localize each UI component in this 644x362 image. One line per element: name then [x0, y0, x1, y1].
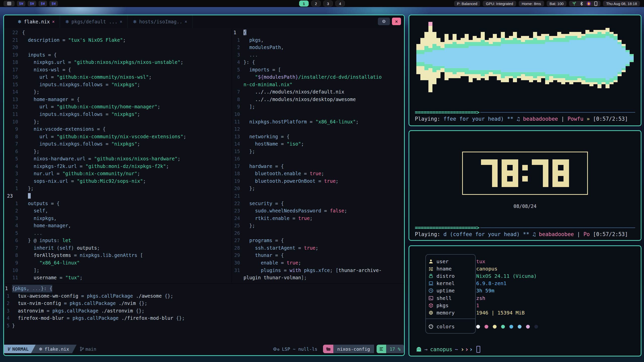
line-number: 11 — [4, 274, 22, 282]
code-token: } — [295, 74, 298, 80]
workspace-button-1[interactable]: $W — [17, 1, 25, 6]
code-token: "github:nixos/nixos-hardware" — [94, 156, 178, 161]
code-row: 3 nur.url = "github:nix-community/nur"; — [4, 170, 231, 177]
tab-close-icon[interactable]: × — [52, 19, 55, 24]
code-row: 6 } @ inputs: let — [4, 237, 231, 244]
prompt-host: canopus — [430, 346, 453, 352]
code-row: 8 url = "github:nix-community/nix-vscode… — [4, 133, 231, 141]
fetch-row-shell: shellzsh — [425, 294, 632, 302]
neovim-window[interactable]: ❄flake.nix×❄pkgs/default ...×❄hosts/isoI… — [3, 15, 405, 356]
code-token: n-cd-minimal.nix" — [244, 82, 292, 87]
fetch-terminal-window[interactable]: usertuxhnamecanopusdistroNixOS 24.11 (Vi… — [409, 245, 641, 356]
line-number — [232, 81, 244, 88]
tag-3[interactable]: 3 — [323, 1, 333, 7]
fetch-label: pkgs — [436, 302, 467, 308]
plant-icon[interactable] — [572, 1, 577, 6]
fetch-value: 1946 | 15394 MiB — [467, 310, 525, 316]
code-token: ... — [249, 52, 258, 58]
clock-widget[interactable]: Thu Aug 08, 18:18 — [603, 1, 640, 6]
code-token — [244, 141, 255, 147]
code-line: }; — [244, 222, 255, 230]
line-number: 1 — [232, 36, 244, 44]
tab-close-icon[interactable]: × — [185, 19, 187, 24]
tab-pkgs-default-[interactable]: ❄pkgs/default ...× — [60, 15, 128, 28]
code-row: 15 inputs.nixpkgs.follows = "nixpkgs"; — [4, 81, 231, 88]
code-token: tux-awesome-wm-config — [18, 293, 78, 299]
code-row: 6 "${modulesPath}/installer/cd-dvd/insta… — [232, 73, 404, 81]
code-token: modulesPath — [249, 44, 281, 50]
clock-date: 08/08/24 — [409, 203, 641, 209]
code-token: nixos-hardware.url — [34, 156, 86, 161]
branch-label: main — [86, 346, 96, 352]
audio-visualizer-window[interactable]: =====================> Playing: ffee for… — [409, 15, 641, 126]
code-line: }; — [22, 88, 39, 96]
line-number: 15 — [4, 81, 22, 88]
code-row: 31 plugins = with pkgs.xfce; [thunar-arc… — [232, 267, 404, 274]
editor-pane-pkgs-default[interactable]: 1{pkgs, ...}: {1 tux-awesome-wm-config =… — [4, 283, 404, 338]
code-token: plugin thunar-volman — [244, 275, 301, 280]
app-launcher-button[interactable] — [4, 1, 15, 6]
workspace-button-4[interactable]: $W — [49, 1, 58, 6]
code-token — [22, 52, 28, 58]
code-token — [22, 215, 34, 221]
code-token: enable — [261, 260, 278, 265]
line-number: 14 — [232, 140, 244, 148]
clock-window[interactable]: 08/08/24 =====================> Playing:… — [409, 130, 641, 241]
line-number: 2 — [4, 207, 22, 215]
fetch-row-memory: memory1946 | 15394 MiB — [425, 309, 632, 316]
code-row: 20 }; — [232, 185, 404, 192]
code-token: nixpkgs.url — [34, 59, 65, 65]
code-token: }: { — [244, 59, 255, 65]
line-number: 29 — [232, 252, 244, 259]
palette-dot-4 — [501, 325, 505, 329]
editor-pane-flake[interactable]: 22{21 description = "tux's NixOS Flake";… — [4, 29, 231, 283]
laptop-icon — [425, 281, 436, 286]
code-line: nix-vscode-extensions = { — [22, 125, 106, 133]
chevron-icon: › — [465, 346, 469, 353]
line-number: 10 — [232, 111, 244, 118]
shell-prompt[interactable]: → canopus ~ ››› — [416, 346, 480, 353]
tab-hosts-isoImag-[interactable]: ❄hosts/isoImag..× — [128, 15, 193, 28]
code-row: 3 astronvim = pkgs.callPackage ./astronv… — [4, 307, 404, 315]
tag-2[interactable]: 2 — [311, 1, 321, 7]
workspace-button-2[interactable]: $W — [28, 1, 36, 6]
workspace-button-3[interactable]: $W — [38, 1, 47, 6]
tag-4[interactable]: 4 — [335, 1, 345, 7]
code-token: [ — [137, 252, 143, 258]
code-token: bluetooth.enable — [255, 171, 301, 176]
flameshot-icon[interactable] — [586, 1, 591, 6]
tab-flake-nix[interactable]: ❄flake.nix× — [13, 15, 60, 28]
code-line: }; — [22, 148, 39, 155]
line-number: 3 — [4, 170, 22, 177]
titlebar-toggle-button[interactable] — [378, 18, 390, 25]
code-token — [244, 89, 255, 95]
line-number: 21 — [232, 192, 244, 200]
file-label: flake.nix — [45, 346, 69, 352]
tab-close-icon[interactable]: × — [120, 19, 122, 24]
top-bar: $W$W$W$W 1234 P: BalancedGPU: Integrated… — [0, 0, 644, 7]
code-row: 11 nixpkgs.hostPlatform = "x86_64-linux"… — [232, 118, 404, 126]
code-line: n-cd-minimal.nix" — [244, 81, 292, 88]
bluetooth-icon[interactable] — [580, 1, 583, 6]
code-token — [12, 293, 18, 299]
phone-icon[interactable] — [594, 1, 597, 6]
code-token — [22, 245, 34, 251]
fetch-label: memory — [436, 310, 467, 316]
code-token: ./firefox-mod-blur — [122, 315, 173, 321]
editor-pane-isoimage[interactable]: 1{1 pkgs,2 modulesPath,3 ...4}: {5 impor… — [232, 29, 404, 283]
code-row: 20 — [4, 44, 231, 51]
code-row: 29 thunar = { — [232, 252, 404, 259]
code-token: ; — [137, 171, 140, 176]
code-token: "github:nixos/nixpkgs/nixos-unstable" — [74, 59, 180, 65]
code-line: modulesPath, — [244, 44, 284, 51]
prompt-path: ~ — [455, 346, 458, 352]
code-line: nixos-wsl = { — [22, 66, 71, 74]
code-token — [244, 171, 255, 176]
code-line: inputs.nixpkgs.follows = "nixpkgs"; — [22, 111, 140, 118]
code-line: ]; — [244, 103, 255, 111]
code-row: 9 "x86_64-linux" — [4, 259, 231, 267]
window-close-button[interactable]: × — [392, 18, 401, 25]
code-line: inherit (self) outputs; — [22, 244, 100, 252]
tag-1[interactable]: 1 — [299, 1, 309, 7]
line-number: 4 — [4, 314, 12, 322]
